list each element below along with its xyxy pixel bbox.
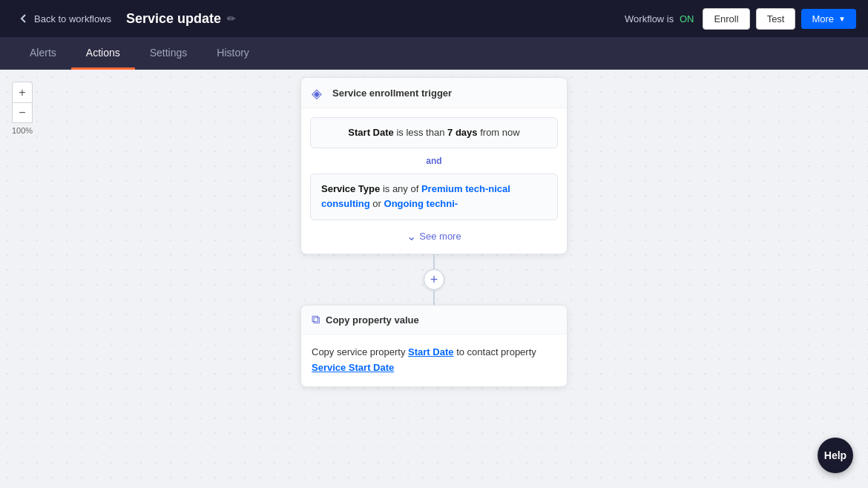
condition2-operator: is any of [383,183,418,194]
action-card-header: ⧉ Copy property value [301,306,567,334]
trigger-card: ◈ Service enrollment trigger Start Date … [300,77,568,254]
back-to-workflows-button[interactable]: Back to workflows [12,10,117,27]
condition2-property: Service Type [321,183,380,194]
nav-item-settings[interactable]: Settings [135,37,203,70]
workflow-title: Service update [126,11,221,27]
top-bar-actions: Enroll Test More ▼ [703,8,856,30]
condition1-property: Start Date [348,127,393,138]
enroll-button[interactable]: Enroll [703,8,749,30]
start-date-link[interactable]: Start Date [408,346,453,357]
back-arrow-icon [18,13,30,24]
zoom-in-button[interactable]: + [12,82,33,102]
action-icon: ⧉ [312,313,320,326]
condition1-unit: days [456,127,478,138]
condition2-or: or [372,198,381,209]
top-bar: Back to workflows Service update ✏ Workf… [0,0,868,37]
copy-middle: to contact property [456,346,536,357]
connector-line-bottom [433,290,435,305]
add-step-button[interactable]: + [424,269,444,290]
condition1-operator: is less than [396,127,444,138]
zoom-controls: + − 100% [12,82,33,135]
history-label: History [217,47,249,59]
settings-label: Settings [150,47,188,59]
actions-label: Actions [86,47,120,59]
action-card: ⧉ Copy property value Copy service prope… [300,305,568,387]
nav-item-history[interactable]: History [202,37,264,70]
workflow-status: Workflow is ON [625,13,694,24]
condition-block-1[interactable]: Start Date is less than 7 days from now [310,117,558,148]
workflow-content: ◈ Service enrollment trigger Start Date … [286,77,582,387]
edit-title-icon[interactable]: ✏ [227,13,236,24]
see-more-button[interactable]: ⌄ See more [407,229,461,243]
help-button[interactable]: Help [818,438,853,473]
action-card-title: Copy property value [326,314,419,326]
condition1-value: 7 [447,127,453,138]
connector-line-top [433,254,435,269]
nav-item-actions[interactable]: Actions [71,37,135,70]
help-label: Help [824,449,846,461]
zoom-out-button[interactable]: − [12,102,33,123]
nav-item-alerts[interactable]: Alerts [15,37,71,70]
see-more-icon: ⌄ [407,229,416,243]
condition-block-2[interactable]: Service Type is any of Premium tech-nica… [310,174,558,221]
copy-prefix: Copy service property [312,346,405,357]
action-card-body: Copy service property Start Date to cont… [301,334,567,386]
trigger-icon: ◈ [312,85,326,100]
workflow-status-label: Workflow is [625,13,674,24]
condition2-value2: Ongoing techni- [384,198,458,209]
more-button[interactable]: More ▼ [801,9,856,29]
see-more-area: ⌄ See more [310,226,558,245]
trigger-card-header: ◈ Service enrollment trigger [301,78,567,108]
more-chevron-icon: ▼ [838,15,846,23]
see-more-label: See more [419,231,461,242]
workflow-status-value: ON [680,13,694,24]
trigger-card-body: Start Date is less than 7 days from now … [301,108,567,254]
connector-area: + [424,254,444,305]
workflow-canvas: + − 100% ◈ Service enrollment trigger St… [0,70,868,488]
zoom-level-label: 100% [12,126,33,135]
and-connector: and [310,154,558,168]
service-start-date-link[interactable]: Service Start Date [312,362,394,373]
test-button[interactable]: Test [756,8,796,30]
plus-icon: + [430,273,438,286]
condition1-suffix: from now [480,127,519,138]
condition1-unit-suffix: days from now [456,127,520,138]
and-label: and [426,156,441,166]
workflow-title-area: Service update ✏ [126,11,616,27]
trigger-card-title: Service enrollment trigger [332,88,452,99]
back-button-label: Back to workflows [34,13,111,24]
alerts-label: Alerts [30,47,56,59]
nav-bar: Alerts Actions Settings History [0,37,868,70]
more-label: More [812,13,834,24]
